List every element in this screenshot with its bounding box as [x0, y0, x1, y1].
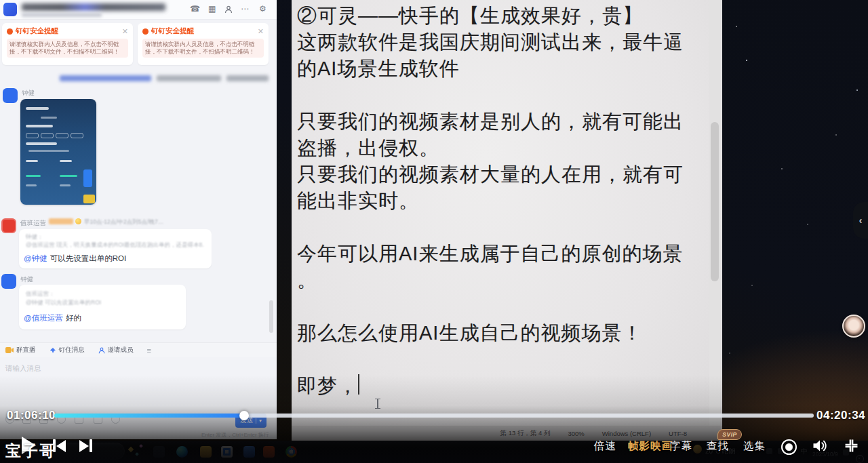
find-button[interactable]: 查找 [707, 439, 729, 454]
text-line: 那么怎么使用AI生成自己的视频场景！ [297, 320, 704, 346]
blurred-link-message [60, 75, 269, 81]
notepad-text-area[interactable]: ②可灵——快手的【生成效果好，贵】 这两款软件是我国庆期间测试出来，最牛逼 的A… [297, 3, 704, 399]
dingtalk-window: ☎ ▦ ⋯ ⚙ 钉钉安全提醒 ✕ 请谨慎核实群内人员及信息，不点击不明链接，不下… [0, 0, 277, 439]
security-alert-card: 钉钉安全提醒 ✕ 请谨慎核实群内人员及信息，不点击不明链接，不下载不明文件，不扫… [2, 23, 133, 65]
chat-header: ☎ ▦ ⋯ ⚙ [0, 0, 277, 20]
svip-badge: SVIP [717, 429, 742, 440]
message-bubble: 值班运营： @钟健 可以先设置出单的ROI @值班运营好的 [19, 285, 186, 329]
text-line: 的AI场景生成软件 [297, 56, 704, 82]
camera-icon [5, 347, 14, 353]
alert-icon [142, 28, 149, 35]
text-line: 这两款软件是我国庆期间测试出来，最牛逼 [297, 29, 704, 56]
text-line [297, 346, 704, 373]
message-bubble: 钟健： @值班运营 现天，明天换量成本的ROI最低现在跑出单的，还是得本8.8会… [19, 229, 212, 268]
text-line: 能出非实时。 [297, 188, 704, 214]
chat-image-attachment[interactable] [20, 99, 96, 205]
playlist-collapse-tab[interactable]: ‹ [853, 202, 868, 239]
text-line: 只要我们的视频素材大量的人在用，就有可 [297, 161, 704, 188]
group-subtitle-blurred [22, 13, 102, 17]
pin-message-button[interactable]: 钉住消息 [50, 346, 85, 355]
text-line: 。 [297, 267, 704, 294]
video-player: ☎ ▦ ⋯ ⚙ 钉钉安全提醒 ✕ 请谨慎核实群内人员及信息，不点击不明链接，不下… [0, 0, 868, 463]
add-member-icon[interactable] [224, 5, 233, 16]
toolbar-more-icon[interactable]: ≡ [147, 346, 151, 355]
watermark: 宝子哥 [5, 441, 56, 462]
notepad-scrollbar[interactable] [709, 0, 720, 426]
scrollbar-thumb[interactable] [711, 122, 719, 281]
ibeam-mouse-cursor [374, 399, 381, 409]
group-title-blurred [22, 3, 165, 11]
quote-name: 值班运营： [26, 290, 55, 298]
exit-fullscreen-icon[interactable] [844, 439, 859, 456]
alert-title: 钉钉安全提醒 [151, 26, 194, 36]
text-line: 只要我们的视频素材是别人的，就有可能出 [297, 108, 704, 135]
subtitles-button[interactable]: 字幕 [670, 439, 692, 454]
sender-name: 钟健 [20, 275, 33, 284]
smiley-emoji [75, 218, 81, 224]
security-alert-card: 钉钉安全提醒 ✕ 请谨慎核实群内人员及信息，不点击不明链接，不下载不明文件，不扫… [138, 23, 269, 65]
presenter-avatar [842, 315, 865, 338]
text-line: 今年可以用AI来生成属于自己的原创的场景 [297, 241, 704, 267]
alert-body: 请谨慎核实群内人员及信息，不点击不明链接，不下载不明文件，不扫描不明二维码！ [142, 39, 264, 58]
chat-scrollbar[interactable] [269, 300, 273, 333]
alert-icon [7, 28, 13, 35]
group-avatar[interactable] [3, 3, 17, 16]
message-input[interactable]: 请输入消息 [5, 364, 41, 374]
record-icon[interactable] [781, 439, 797, 455]
chat-toolbar: 群直播 钉住消息 邀请成员 ≡ [0, 342, 277, 357]
blurred-badge [49, 218, 73, 224]
speed-button[interactable]: 倍速 [594, 439, 616, 454]
grid-icon[interactable]: ▦ [208, 5, 216, 14]
progress-thumb[interactable] [239, 411, 249, 420]
text-line: 盗播，出侵权。 [297, 135, 704, 161]
alert-body: 请谨慎核实群内人员及信息，不点击不明链接，不下载不明文件，不扫描不明二维码！ [7, 39, 128, 58]
progress-bar[interactable] [54, 414, 814, 418]
alert-title: 钉钉安全提醒 [16, 26, 58, 36]
message-preview: 早10点-12点/中2点到5点/晚7… [84, 218, 163, 226]
quote-text: @钟健 可以先设置出单的ROI [26, 299, 178, 307]
gear-icon[interactable]: ⚙ [259, 5, 267, 14]
text-line [297, 294, 704, 320]
progress-fill [54, 414, 244, 418]
quote-name: 钟健： [26, 233, 43, 241]
avatar[interactable] [1, 218, 16, 233]
player-bottom-gradient [0, 375, 868, 463]
text-line [297, 82, 704, 108]
person-icon [98, 347, 105, 354]
quote-text: @值班运营 现天，明天换量成本的ROI最低现在跑出单的，还是得本8.8会员 [26, 241, 204, 249]
message-text: @值班运营好的 [24, 313, 81, 323]
close-icon[interactable]: ✕ [258, 27, 264, 36]
group-live-button[interactable]: 群直播 [5, 346, 36, 355]
more-icon[interactable]: ⋯ [241, 5, 249, 14]
avatar[interactable] [1, 274, 16, 289]
mention-link[interactable]: @钟健 [24, 254, 47, 262]
text-line [297, 214, 704, 241]
text-line: ②可灵——快手的【生成效果好，贵】 [297, 3, 704, 29]
sender-name: 钟健 [22, 89, 35, 98]
current-time: 01:06:10 [7, 409, 56, 422]
sender-name: 值班运营 [20, 219, 46, 228]
close-icon[interactable]: ✕ [122, 27, 128, 36]
volume-icon[interactable] [812, 439, 828, 455]
total-time: 04:20:34 [816, 409, 865, 422]
pin-icon [50, 347, 56, 354]
episodes-button[interactable]: 选集 [743, 439, 766, 454]
avatar[interactable] [3, 88, 18, 103]
invite-member-button[interactable]: 邀请成员 [98, 346, 134, 355]
call-icon[interactable]: ☎ [190, 5, 200, 14]
next-button[interactable] [79, 439, 92, 452]
mention-link[interactable]: @值班运营 [24, 314, 63, 322]
message-text: @钟健可以先设置出单的ROI [24, 254, 126, 264]
frame-cinema-button[interactable]: 帧影映画 [628, 439, 673, 454]
